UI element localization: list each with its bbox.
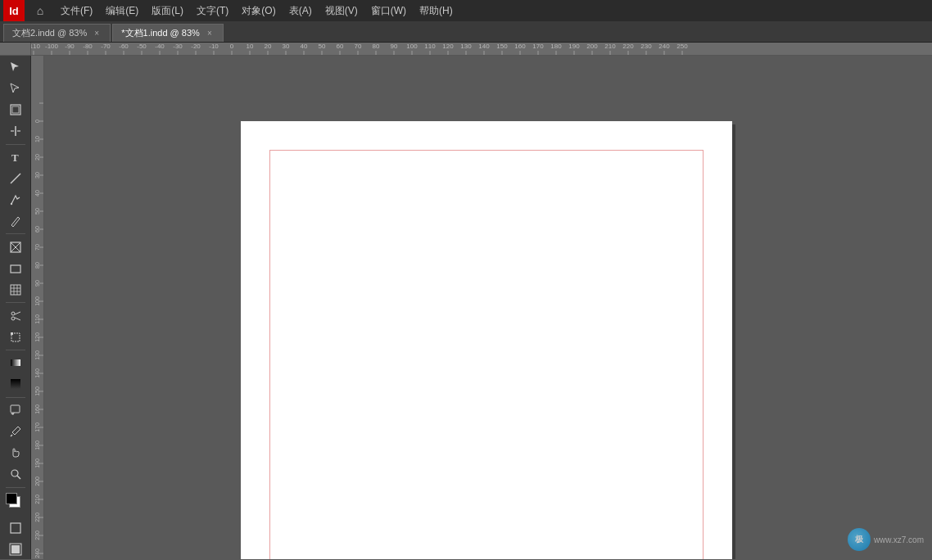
free-transform-tool[interactable] [3,327,28,347]
svg-rect-12 [11,265,20,273]
menu-window[interactable]: 窗口(W) [364,0,413,21]
svg-rect-26 [11,405,20,413]
frame-tool[interactable] [3,237,28,257]
ruler-horizontal [31,43,932,56]
canvas-area[interactable]: 极 www.xz7.com [44,56,932,559]
tool-sep-1 [6,144,25,145]
eyedropper-tool[interactable] [3,422,28,442]
svg-point-18 [11,312,15,315]
svg-point-7 [10,203,11,205]
tool-sep-6 [6,487,25,488]
menu-object[interactable]: 对象(O) [235,0,282,21]
svg-line-28 [11,435,12,436]
svg-line-8 [11,225,13,227]
tab-doc1-label: *文档1.indd @ 83% [121,27,200,39]
tab-doc1[interactable]: *文档1.indd @ 83% × [112,24,224,42]
menu-table[interactable]: 表(A) [283,0,319,21]
scissors-tool[interactable] [3,305,28,326]
svg-point-29 [11,470,18,476]
menu-file[interactable]: 文件(F) [54,0,99,21]
svg-text:T: T [11,151,19,164]
svg-line-20 [15,312,20,314]
text-tool[interactable]: T [3,147,28,168]
line-tool[interactable] [3,169,28,189]
menu-edit[interactable]: 编辑(E) [99,0,145,21]
page-tool[interactable] [3,100,28,120]
svg-line-30 [17,476,20,479]
svg-rect-13 [11,285,20,295]
ruler-top [0,43,932,56]
preview-mode-btn[interactable] [3,539,28,559]
svg-rect-23 [11,332,13,335]
ruler-corner [0,43,31,56]
menu-bar: Id ⌂ 文件(F) 编辑(E) 版面(L) 文字(T) 对象(O) 表(A) … [0,0,932,21]
pen-tool[interactable] [3,190,28,210]
gradient-feather-tool[interactable] [3,374,28,395]
app-logo: Id [3,0,25,21]
tab-doc2-label: 文档2.indd @ 83% [12,27,87,39]
tool-sep-4 [6,350,25,350]
selection-tool[interactable] [3,57,28,78]
tab-bar: 文档2.indd @ 83% × *文档1.indd @ 83% × [0,21,932,43]
svg-point-19 [11,317,15,320]
tool-sep-5 [6,397,25,398]
home-icon[interactable]: ⌂ [29,0,51,21]
menu-text[interactable]: 文字(T) [190,0,235,21]
svg-rect-31 [11,523,20,533]
page-margin-guide [269,150,704,559]
normal-mode-btn[interactable] [3,517,28,538]
zoom-tool[interactable] [3,464,28,485]
svg-rect-25 [11,379,20,389]
gap-tool[interactable] [3,121,28,142]
grid-tool[interactable] [3,279,28,300]
svg-line-21 [15,318,20,320]
main-area: T [0,56,932,559]
svg-rect-24 [11,359,20,366]
ruler-h-canvas [31,43,932,56]
svg-rect-1 [12,106,19,113]
menu-help[interactable]: 帮助(H) [413,0,459,21]
watermark: 极 www.xz7.com [848,528,924,551]
gradient-tool[interactable] [3,353,28,373]
color-blocks[interactable] [3,490,28,516]
tab-doc2[interactable]: 文档2.indd @ 83% × [3,24,111,42]
note-tool[interactable] [3,400,28,421]
rect-tool[interactable] [3,258,28,278]
ruler-vertical [31,56,44,559]
hand-tool[interactable] [3,443,28,463]
menu-view[interactable]: 视图(V) [319,0,364,21]
tool-sep-3 [6,302,25,303]
watermark-text: www.xz7.com [874,535,924,544]
pencil-tool[interactable] [3,211,28,232]
direct-selection-tool[interactable] [3,79,28,99]
tool-sep-2 [6,233,25,234]
tab-doc2-close[interactable]: × [92,29,102,38]
watermark-icon: 极 [848,528,871,551]
ruler-v-canvas [31,56,44,559]
menu-layout[interactable]: 版面(L) [145,0,190,21]
svg-rect-33 [11,545,20,553]
document-page [241,121,732,559]
svg-line-6 [11,174,20,183]
tab-doc1-close[interactable]: × [205,29,215,38]
toolbar: T [0,56,31,559]
